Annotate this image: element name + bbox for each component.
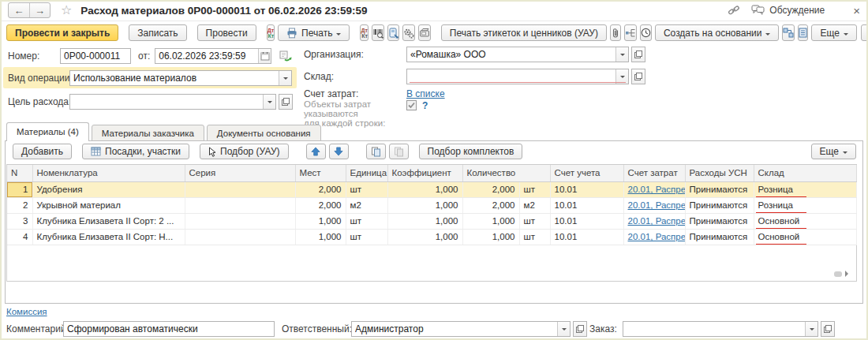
- cost-account-cell-link[interactable]: 20.01, Распре...: [628, 216, 686, 226]
- cell-places[interactable]: 1,000: [295, 213, 346, 229]
- table-row[interactable]: 1 Удобрения 2,000 шт 1,000 2,000 шт 10.0…: [7, 181, 856, 197]
- add-row-button[interactable]: Добавить: [13, 144, 72, 159]
- data-terminal-button[interactable]: [387, 24, 399, 41]
- cell-series[interactable]: [185, 229, 295, 245]
- col-coefficient[interactable]: Коэффициент: [387, 165, 462, 181]
- equipment-settings-button[interactable]: [402, 24, 415, 41]
- cell-account[interactable]: 10.01: [550, 181, 623, 197]
- cell-n[interactable]: 3: [7, 213, 32, 229]
- link-icon[interactable]: [728, 5, 740, 16]
- col-warehouse[interactable]: Склад: [754, 165, 856, 181]
- cell-account[interactable]: 10.01: [550, 229, 623, 245]
- responsible-input[interactable]: [352, 322, 557, 336]
- copy-row-button[interactable]: [366, 144, 386, 159]
- cost-objects-checkbox[interactable]: [406, 100, 417, 110]
- horizontal-scrollbar[interactable]: [834, 271, 851, 277]
- responsible-combo[interactable]: [351, 321, 571, 337]
- cell-quantity-unit[interactable]: м2: [519, 197, 550, 213]
- tab-customer-materials[interactable]: Материалы заказчика: [92, 125, 204, 141]
- help-question-link[interactable]: ?: [422, 100, 428, 111]
- table-row[interactable]: 4 Клубника Елизавета II Сорт: Н... 1,000…: [7, 229, 856, 245]
- col-series[interactable]: Серия: [185, 165, 295, 181]
- scrollbar-thumb[interactable]: [834, 271, 842, 277]
- open-button[interactable]: [573, 321, 587, 337]
- table-row[interactable]: 3 Клубника Елизавета II Сорт: 2 ... 1,00…: [7, 213, 856, 229]
- cell-series[interactable]: [185, 197, 295, 213]
- more-button[interactable]: Еще: [811, 24, 856, 41]
- cell-unit[interactable]: шт: [346, 229, 387, 245]
- attachments-button[interactable]: [610, 24, 621, 41]
- cell-cost-account[interactable]: 20.01, Распре...: [623, 213, 685, 229]
- cell-coefficient[interactable]: 1,000: [387, 181, 462, 197]
- organization-combo[interactable]: [406, 47, 629, 62]
- cell-warehouse[interactable]: Основной: [754, 229, 856, 245]
- open-button[interactable]: [821, 321, 835, 337]
- number-field[interactable]: [60, 48, 131, 64]
- cell-unit[interactable]: м2: [346, 197, 387, 213]
- post-and-close-button[interactable]: Провести и закрыть: [6, 24, 118, 41]
- cost-account-link[interactable]: В списке: [406, 88, 445, 99]
- document-structure-button[interactable]: [624, 24, 637, 41]
- related-documents-button[interactable]: [782, 24, 795, 41]
- cell-nomenclature[interactable]: Удобрения: [32, 181, 185, 197]
- cell-warehouse[interactable]: Основной: [754, 213, 856, 229]
- cell-usn[interactable]: Принимаются: [685, 229, 754, 245]
- help-button[interactable]: ?: [861, 24, 868, 41]
- cell-cost-account[interactable]: 20.01, Распре...: [623, 197, 685, 213]
- col-cost-account[interactable]: Счет затрат: [623, 165, 685, 181]
- show-postings-button[interactable]: ДтКт: [267, 24, 275, 41]
- plots-button[interactable]: Посадки, участки: [82, 144, 189, 159]
- cell-unit[interactable]: шт: [346, 181, 387, 197]
- date-field[interactable]: [155, 48, 271, 64]
- cell-series[interactable]: [185, 213, 295, 229]
- close-icon[interactable]: ×: [853, 5, 860, 17]
- barcode-scan-button[interactable]: [372, 24, 384, 41]
- cell-usn[interactable]: Принимаются: [685, 181, 754, 197]
- move-row-up-button[interactable]: [306, 144, 326, 159]
- cell-quantity[interactable]: 1,000: [462, 229, 519, 245]
- order-combo[interactable]: [623, 321, 818, 337]
- selection-uau-button[interactable]: Подбор (УАУ): [200, 144, 289, 159]
- cell-nomenclature[interactable]: Укрывной материал: [32, 197, 185, 213]
- cell-places[interactable]: 1,000: [295, 229, 346, 245]
- cell-account[interactable]: 10.01: [550, 213, 623, 229]
- dropdown-button[interactable]: [615, 47, 628, 62]
- scroll-right-arrow-icon[interactable]: [845, 271, 851, 277]
- cell-n[interactable]: 2: [7, 197, 32, 213]
- organization-input[interactable]: [407, 47, 615, 62]
- print-labels-button[interactable]: Печать этикеток и ценников (УАУ): [441, 24, 607, 41]
- create-on-basis-button[interactable]: Создать на основании: [655, 24, 780, 41]
- cell-places[interactable]: 2,000: [295, 197, 346, 213]
- table-row[interactable]: 2 Укрывной материал 2,000 м2 1,000 2,000…: [7, 197, 856, 213]
- cell-coefficient[interactable]: 1,000: [387, 229, 462, 245]
- cell-quantity[interactable]: 2,000: [462, 197, 519, 213]
- col-account[interactable]: Счет учета: [550, 165, 623, 181]
- report-button[interactable]: [798, 24, 808, 41]
- cell-quantity-unit[interactable]: шт: [519, 181, 550, 197]
- cell-usn[interactable]: Принимаются: [685, 197, 754, 213]
- cell-account[interactable]: 10.01: [550, 197, 623, 213]
- cell-quantity[interactable]: 1,000: [462, 213, 519, 229]
- cell-warehouse[interactable]: Розница: [754, 197, 856, 213]
- forward-button[interactable]: →: [29, 3, 50, 17]
- label-printer-button[interactable]: [418, 24, 431, 41]
- move-row-down-button[interactable]: [329, 144, 349, 159]
- operation-kind-combo[interactable]: [69, 70, 292, 86]
- cell-quantity-unit[interactable]: шт: [519, 229, 550, 245]
- calendar-icon[interactable]: [258, 49, 271, 63]
- discussion-button[interactable]: Обсуждение: [751, 5, 825, 16]
- cost-account-cell-link[interactable]: 20.01, Распре...: [628, 232, 686, 241]
- col-places[interactable]: Мест: [295, 165, 346, 181]
- paste-row-button[interactable]: [389, 144, 409, 159]
- history-button[interactable]: [640, 24, 652, 41]
- tab-materials[interactable]: Материалы (4): [6, 122, 89, 141]
- expense-purpose-combo[interactable]: [69, 94, 276, 110]
- col-nomenclature[interactable]: Номенклатура: [32, 165, 185, 181]
- table-more-button[interactable]: Еще: [811, 144, 856, 159]
- col-usn[interactable]: Расходы УСН: [685, 165, 754, 181]
- number-input[interactable]: [61, 49, 130, 63]
- comment-field[interactable]: [63, 321, 275, 337]
- col-unit[interactable]: Единица: [346, 165, 387, 181]
- cell-warehouse[interactable]: Розница: [754, 181, 856, 197]
- cell-nomenclature[interactable]: Клубника Елизавета II Сорт: 2 ...: [32, 213, 185, 229]
